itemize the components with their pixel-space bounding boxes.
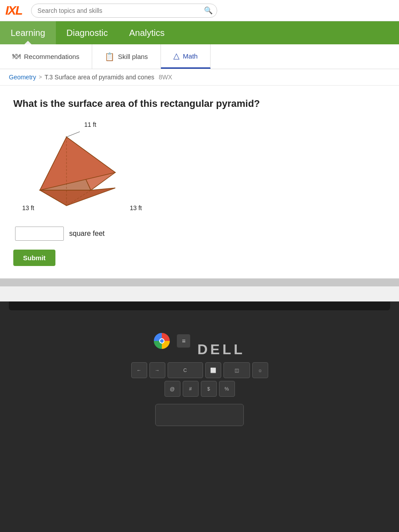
- submit-button[interactable]: Submit: [13, 250, 55, 266]
- key-at[interactable]: @: [164, 381, 180, 397]
- key-hash[interactable]: #: [183, 381, 199, 397]
- answer-unit: square feet: [69, 230, 105, 238]
- skillplans-icon: 📋: [105, 52, 114, 62]
- key-c[interactable]: C: [168, 362, 203, 378]
- keyboard-row-2: @ # $ %: [18, 381, 381, 397]
- label-13ft-left: 13 ft: [22, 204, 34, 211]
- ixl-logo: IXL: [5, 4, 22, 18]
- subnav-skillplans[interactable]: 📋 Skill plans: [92, 44, 161, 69]
- search-input[interactable]: [31, 4, 217, 18]
- screen-bezel: [9, 301, 390, 310]
- keyboard-row-1: ← → C ⬜ ◫ ☼: [18, 362, 381, 378]
- nav-item-analytics[interactable]: Analytics: [118, 21, 175, 44]
- nav-item-learning[interactable]: Learning: [0, 21, 56, 44]
- key-back[interactable]: ←: [131, 362, 147, 378]
- touchpad[interactable]: [155, 404, 244, 426]
- math-icon: △: [173, 51, 180, 61]
- nav-item-diagnostic[interactable]: Diagnostic: [56, 21, 118, 44]
- breadcrumb-code: 8WX: [159, 74, 172, 81]
- key-screenshot[interactable]: ⬜: [205, 362, 221, 378]
- pyramid-diagram: [22, 128, 137, 217]
- search-button[interactable]: 🔍: [204, 6, 213, 15]
- sub-nav: 🍽 Recommendations 📋 Skill plans △ Math: [0, 44, 399, 69]
- key-window[interactable]: ◫: [223, 362, 250, 378]
- subnav-math[interactable]: △ Math: [161, 44, 211, 69]
- breadcrumb: Geometry > T.3 Surface area of pyramids …: [0, 69, 399, 86]
- keyboard: ← → C ⬜ ◫ ☼ @ # $ %: [0, 358, 399, 401]
- nav-bar: Learning Diagnostic Analytics: [0, 21, 399, 44]
- chrome-icon[interactable]: [154, 333, 170, 349]
- touchpad-area: [0, 404, 399, 426]
- screen-area: IXL 🔍 Learning Diagnostic Analytics 🍽 Re…: [0, 0, 399, 301]
- breadcrumb-subject[interactable]: Geometry: [9, 74, 36, 81]
- dell-logo: DELL: [197, 341, 245, 358]
- search-wrapper: 🔍: [31, 4, 217, 18]
- key-forward[interactable]: →: [149, 362, 165, 378]
- recommendations-icon: 🍽: [12, 52, 20, 61]
- key-percent[interactable]: %: [219, 381, 235, 397]
- laptop-body: ≡ DELL ← → C ⬜ ◫ ☼ @ # $ %: [0, 301, 399, 532]
- key-dollar[interactable]: $: [201, 381, 217, 397]
- answer-input[interactable]: [15, 227, 64, 241]
- screen-bottom-gray: [0, 278, 399, 286]
- top-bar: IXL 🔍: [0, 0, 399, 21]
- main-content: What is the surface area of this rectang…: [0, 86, 399, 278]
- taskbar-icon: ≡: [177, 334, 190, 348]
- svg-line-7: [66, 132, 80, 137]
- svg-marker-3: [40, 188, 115, 206]
- label-13ft-right: 13 ft: [130, 204, 142, 211]
- breadcrumb-skill: T.3 Surface area of pyramids and cones: [44, 74, 154, 81]
- label-11ft: 11 ft: [84, 121, 96, 128]
- breadcrumb-chevron-icon: >: [39, 74, 42, 80]
- question-text: What is the surface area of this rectang…: [13, 98, 386, 110]
- subnav-recommendations[interactable]: 🍽 Recommendations: [0, 44, 92, 69]
- laptop-center: ≡ DELL: [0, 324, 399, 358]
- answer-area: square feet: [15, 227, 386, 241]
- key-brightness[interactable]: ☼: [252, 362, 268, 378]
